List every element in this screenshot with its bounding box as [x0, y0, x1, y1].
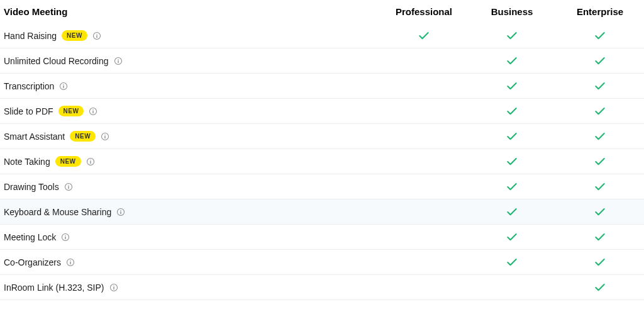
plan-cell	[380, 30, 468, 42]
feature-comparison-table: Video Meeting Professional Business Ente…	[0, 0, 644, 300]
feature-label: InRoom Link (H.323, SIP)	[4, 283, 104, 293]
check-icon	[594, 130, 606, 143]
feature-cell: Co-Organizers	[4, 257, 380, 267]
plan-cell	[556, 206, 644, 218]
feature-cell: Unlimited Cloud Recording	[4, 56, 380, 66]
table-row: Unlimited Cloud Recording	[0, 48, 644, 74]
plan-cell	[556, 231, 644, 243]
plan-cell	[468, 80, 556, 92]
check-icon	[594, 55, 606, 67]
check-icon	[594, 181, 606, 193]
feature-label: Drawing Tools	[4, 182, 59, 192]
check-icon	[594, 231, 606, 243]
feature-cell: InRoom Link (H.323, SIP)	[4, 283, 380, 293]
check-icon	[506, 155, 518, 168]
plan-cell	[556, 281, 644, 294]
table-row: Drawing Tools	[0, 174, 644, 199]
svg-point-26	[65, 235, 66, 235]
info-icon[interactable]	[92, 31, 101, 40]
new-badge: NEW	[55, 156, 81, 167]
info-icon[interactable]	[114, 57, 123, 65]
svg-point-17	[90, 159, 91, 160]
info-icon[interactable]	[109, 283, 118, 292]
plan-cell	[556, 130, 644, 143]
plan-cell	[468, 130, 556, 143]
svg-point-8	[64, 84, 64, 84]
check-icon	[506, 256, 518, 269]
plan-cell	[468, 155, 556, 168]
plan-cell	[468, 181, 556, 193]
check-icon	[506, 181, 518, 193]
svg-point-32	[113, 285, 114, 286]
check-icon	[594, 155, 606, 168]
info-icon[interactable]	[101, 132, 109, 141]
check-icon	[594, 105, 606, 118]
feature-cell: Hand RaisingNEW	[4, 30, 380, 41]
feature-label: Transcription	[4, 81, 54, 91]
info-icon[interactable]	[59, 82, 68, 91]
info-icon[interactable]	[116, 208, 125, 216]
plan-cell	[468, 256, 556, 269]
feature-cell: Meeting Lock	[4, 232, 380, 242]
table-row: Hand RaisingNEW	[0, 23, 644, 48]
svg-point-20	[68, 184, 69, 185]
feature-cell: Slide to PDFNEW	[4, 106, 380, 116]
check-icon	[506, 55, 518, 67]
info-icon[interactable]	[61, 233, 70, 242]
new-badge: NEW	[62, 30, 87, 41]
info-icon[interactable]	[64, 182, 73, 191]
plan-cell	[468, 30, 556, 42]
check-icon	[506, 231, 518, 243]
plan-cell	[468, 55, 556, 67]
plan-header-professional: Professional	[380, 6, 468, 17]
svg-point-11	[93, 109, 94, 109]
svg-point-14	[104, 134, 105, 135]
plan-cell	[556, 80, 644, 92]
feature-label: Unlimited Cloud Recording	[4, 56, 109, 66]
new-badge: NEW	[58, 106, 84, 116]
check-icon	[418, 30, 430, 42]
table-row: Keyboard & Mouse Sharing	[0, 199, 644, 225]
plan-header-business: Business	[468, 6, 556, 17]
plan-cell	[556, 105, 644, 118]
check-icon	[506, 80, 518, 92]
plan-cell	[556, 256, 644, 269]
check-icon	[506, 30, 518, 42]
feature-label: Smart Assistant	[4, 132, 65, 142]
feature-label: Meeting Lock	[4, 232, 56, 242]
check-icon	[506, 130, 518, 143]
plan-cell	[556, 181, 644, 193]
check-icon	[594, 80, 606, 92]
svg-point-29	[70, 260, 70, 260]
feature-cell: Note TakingNEW	[4, 156, 380, 167]
plan-header-enterprise: Enterprise	[556, 6, 644, 17]
plan-cell	[468, 231, 556, 243]
check-icon	[594, 206, 606, 218]
check-icon	[594, 256, 606, 269]
feature-label: Hand Raising	[4, 31, 57, 41]
plan-cell	[556, 55, 644, 67]
info-icon[interactable]	[66, 258, 75, 267]
svg-point-5	[118, 59, 118, 59]
new-badge: NEW	[70, 131, 96, 142]
table-row: InRoom Link (H.323, SIP)	[0, 275, 644, 300]
svg-point-2	[96, 33, 97, 34]
check-icon	[594, 281, 606, 294]
table-row: Meeting Lock	[0, 225, 644, 250]
plan-cell	[556, 30, 644, 42]
feature-cell: Keyboard & Mouse Sharing	[4, 207, 380, 217]
check-icon	[506, 105, 518, 118]
info-icon[interactable]	[89, 107, 97, 116]
feature-label: Co-Organizers	[4, 257, 61, 267]
feature-label: Slide to PDF	[4, 106, 53, 116]
feature-cell: Transcription	[4, 81, 380, 91]
category-header: Video Meeting	[4, 6, 380, 17]
svg-point-23	[121, 210, 121, 210]
table-row: Slide to PDFNEW	[0, 99, 644, 124]
check-icon	[594, 30, 606, 42]
info-icon[interactable]	[86, 157, 95, 166]
table-row: Transcription	[0, 74, 644, 99]
table-header-row: Video Meeting Professional Business Ente…	[0, 0, 644, 23]
feature-label: Keyboard & Mouse Sharing	[4, 207, 111, 217]
feature-cell: Smart AssistantNEW	[4, 131, 380, 142]
